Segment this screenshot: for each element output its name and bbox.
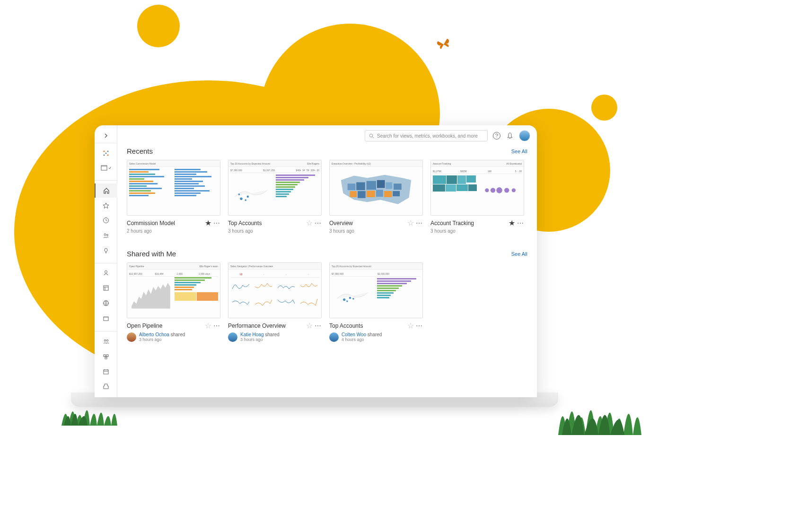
see-all-recents[interactable]: See All [511,148,527,154]
see-all-shared[interactable]: See All [511,251,527,257]
personal-space-icon[interactable] [95,266,117,280]
shared-card[interactable]: Sales Navigator | Performance Overview 6… [228,262,322,345]
svg-rect-18 [106,355,108,357]
sharer-avatar [127,332,136,342]
more-icon[interactable]: ⋯ [416,219,423,227]
svg-point-9 [107,235,108,236]
help-icon[interactable] [492,131,501,140]
svg-rect-34 [358,191,366,198]
svg-point-3 [107,154,109,156]
svg-point-24 [247,195,249,198]
recent-card[interactable]: Account TrackingAll Scoreboard $1,276K$3… [430,160,524,236]
card-title: Commission Model [127,220,203,227]
star-icon[interactable]: ☆ [205,321,211,330]
bg-decoration [591,95,617,121]
recommendations-icon[interactable] [95,244,117,258]
main-panel: Search for views, metrics, workbooks, an… [117,125,537,397]
svg-point-0 [104,150,105,152]
svg-point-45 [349,297,351,299]
svg-rect-11 [104,286,108,290]
thumbnail: Top 20 Accounts by Expected Amount $7,39… [329,262,423,318]
notifications-icon[interactable] [506,131,514,140]
svg-rect-27 [348,183,356,190]
recents-icon[interactable] [95,213,117,227]
star-icon[interactable]: ☆ [407,218,414,227]
recent-card[interactable]: Sales Commission Model [127,160,220,236]
svg-point-46 [346,300,348,302]
svg-rect-30 [377,180,385,188]
favorites-icon[interactable] [95,199,117,213]
svg-point-40 [491,188,495,192]
section-title-recents: Recents [127,147,153,155]
card-time: 2 hours ago [127,228,220,234]
svg-rect-33 [350,191,357,197]
shared-card[interactable]: Top 20 Accounts by Expected Amount $7,39… [329,262,423,345]
thumbnail: Open PipelineElla Roger's team $12,907,2… [127,262,220,318]
sharer-name[interactable]: Alberto Ochoa [139,332,169,337]
svg-point-8 [104,234,106,235]
external-assets-icon[interactable] [95,312,117,326]
recent-card[interactable]: Top 20 Accounts by Expected AmountElla R… [228,160,322,236]
app-window: Search for views, metrics, workbooks, an… [95,125,537,397]
collections-icon[interactable] [95,281,117,295]
svg-point-16 [106,340,108,341]
shared-card[interactable]: Open PipelineElla Roger's team $12,907,2… [127,262,220,345]
explore-icon[interactable] [95,296,117,310]
shared-with-me-icon[interactable] [95,228,117,243]
expand-sidebar-button[interactable] [95,129,117,143]
svg-rect-17 [104,355,105,357]
svg-rect-38 [393,191,400,196]
thumbnail: Top 20 Accounts by Expected AmountElla R… [228,160,322,216]
star-icon[interactable]: ☆ [306,321,313,330]
section-title-shared: Shared with Me [127,250,176,258]
svg-point-41 [497,187,503,193]
users-icon[interactable] [95,334,117,349]
svg-rect-14 [104,317,108,318]
groups-icon[interactable] [95,349,117,364]
more-icon[interactable]: ⋯ [517,219,524,227]
star-icon[interactable]: ★ [205,218,211,227]
svg-point-39 [485,188,489,192]
svg-rect-19 [105,357,107,359]
star-icon[interactable]: ☆ [306,218,313,227]
recent-card[interactable]: Executive Overview - Profitability (v2) [329,160,423,236]
card-title: Overview [329,220,405,227]
more-icon[interactable]: ⋯ [416,322,423,330]
sharer-name[interactable]: Colten Woo [342,332,366,337]
more-icon[interactable]: ⋯ [315,322,322,330]
data-connect-icon[interactable] [95,146,117,160]
thumbnail: Sales Commission Model [127,160,220,216]
svg-point-2 [104,154,105,156]
svg-rect-35 [367,191,376,197]
search-input[interactable]: Search for views, metrics, workbooks, an… [365,130,488,141]
svg-point-15 [104,340,106,341]
more-icon[interactable]: ⋯ [213,322,220,330]
svg-point-42 [504,188,509,192]
svg-rect-36 [376,190,383,197]
card-title: Top Accounts [228,220,304,227]
svg-point-26 [238,193,240,195]
schedules-icon[interactable] [95,365,117,379]
share-time: 4 hours ago [342,337,382,342]
star-icon[interactable]: ☆ [407,321,414,330]
thumbnail: Executive Overview - Profitability (v2) [329,160,423,216]
search-placeholder: Search for views, metrics, workbooks, an… [377,133,478,139]
grass-decoration [61,388,118,426]
sharer-avatar [228,332,237,342]
svg-point-4 [105,152,107,154]
svg-point-21 [369,134,372,137]
sidebar-rail [95,125,117,397]
home-icon[interactable] [95,183,117,198]
star-icon[interactable]: ★ [509,218,515,227]
thumbnail: Sales Navigator | Performance Overview 6… [228,262,322,318]
search-icon [369,133,374,139]
user-avatar[interactable] [519,130,530,141]
more-icon[interactable]: ⋯ [213,219,220,227]
svg-rect-20 [104,370,108,374]
more-icon[interactable]: ⋯ [315,219,322,227]
sharer-name[interactable]: Katie Hoag [240,332,263,337]
svg-rect-32 [394,183,402,190]
card-time: 3 hours ago [228,228,322,234]
new-workbook-icon[interactable] [95,161,117,175]
share-time: 3 hours ago [240,337,280,342]
